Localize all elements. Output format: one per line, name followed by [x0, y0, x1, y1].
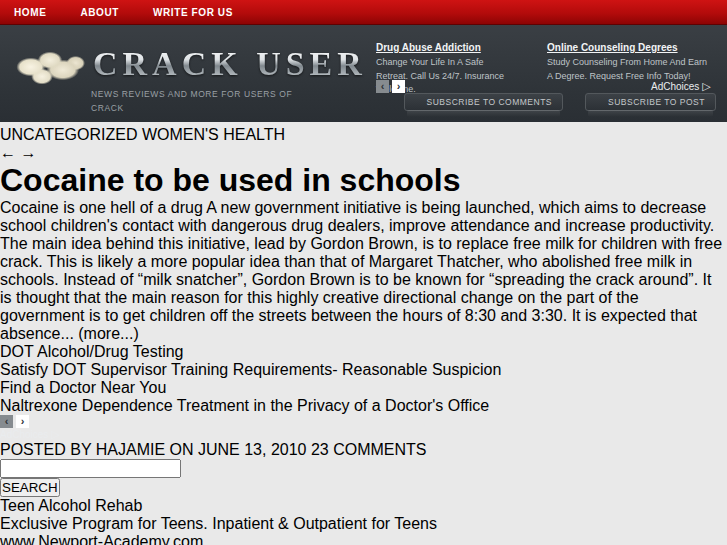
subscribe-buttons: SUBSCRIBE TO COMMENTS SUBSCRIBE TO POST — [404, 93, 716, 111]
adchoices-triangle-icon: ▷ — [702, 80, 710, 92]
content-ad-box: DOT Alcohol/Drug Testing Satisfy DOT Sup… — [0, 343, 727, 441]
content-ad-1-body: Satisfy DOT Supervisor Training Requirem… — [0, 361, 727, 379]
content-ad-pager: ‹ › — [0, 415, 727, 428]
sidebar-ad-1-url-link[interactable]: www.Newport-Academy.com — [0, 533, 203, 545]
article-card: ← → Cocaine to be used in schools Cocain… — [0, 144, 727, 343]
nav-item-womens-health[interactable]: WOMEN'S HEALTH — [142, 126, 285, 143]
content-ad-2-title-link[interactable]: Find a Doctor Near You — [0, 379, 166, 396]
topbar-link-home[interactable]: HOME — [14, 7, 46, 18]
site-header: CRACK USER NEWS REVIEWS AND MORE FOR USE… — [0, 25, 727, 122]
rss-icon — [410, 97, 421, 108]
main-content-column: ← → Cocaine to be used in schools Cocain… — [0, 144, 727, 459]
nav-item-uncategorized[interactable]: UNCATEGORIZED — [0, 126, 137, 143]
topbar-link-write-for-us[interactable]: WRITE FOR US — [153, 7, 233, 18]
header-ad-2: Online Counseling Degrees Study Counseli… — [547, 37, 709, 83]
rss-icon — [591, 97, 602, 108]
content-ad-1-title-link[interactable]: DOT Alcohol/Drug Testing — [0, 343, 184, 360]
post-meta-card: POSTED BY HAJAMIE ON JUNE 13, 2010 23 CO… — [0, 441, 727, 459]
header-ad-pager: ‹ › — [376, 80, 405, 93]
topbar-link-about[interactable]: ABOUT — [80, 7, 119, 18]
sidebar-ad-box: Teen Alcohol Rehab Exclusive Program for… — [0, 497, 727, 545]
content-adchoices-link[interactable]: AdChoices ▷ — [0, 428, 727, 441]
sidebar: SEARCH Teen Alcohol Rehab Exclusive Prog… — [0, 459, 727, 545]
comments-count-link[interactable]: 23 COMMENTS — [311, 441, 427, 458]
adchoices-triangle-icon: ▷ — [51, 428, 59, 440]
post-navigation: ← → — [0, 144, 727, 162]
rocks-reflection — [10, 76, 90, 105]
next-post-arrow-icon[interactable]: → — [20, 144, 36, 161]
article-excerpt: Cocaine is one hell of a drug A new gove… — [0, 199, 727, 343]
search-input[interactable] — [0, 459, 181, 478]
prev-ad-arrow-icon[interactable]: ‹ — [376, 80, 389, 93]
content-ad-card: DOT Alcohol/Drug Testing Satisfy DOT Sup… — [0, 343, 727, 441]
search-button[interactable]: SEARCH — [0, 478, 60, 497]
next-ad-arrow-icon[interactable]: › — [16, 415, 29, 428]
subscribe-comments-label: SUBSCRIBE TO COMMENTS — [427, 97, 552, 107]
article-title[interactable]: Cocaine to be used in schools — [0, 162, 727, 199]
content-ad-2-body: Naltrexone Dependence Treatment in the P… — [0, 397, 727, 415]
prev-ad-arrow-icon[interactable]: ‹ — [0, 415, 13, 428]
crack-rocks-logo-image[interactable] — [10, 42, 90, 90]
search-box: SEARCH — [0, 459, 727, 497]
sidebar-ads-card: Teen Alcohol Rehab Exclusive Program for… — [0, 497, 727, 545]
subscribe-to-comments-button[interactable]: SUBSCRIBE TO COMMENTS — [404, 93, 563, 111]
read-more-link[interactable]: (more...) — [78, 325, 138, 342]
header-ad-1-title-link[interactable]: Drug Abuse Addiction — [376, 42, 481, 53]
subscribe-to-post-button[interactable]: SUBSCRIBE TO POST — [585, 93, 716, 111]
top-red-menubar: HOME ABOUT WRITE FOR US — [0, 0, 727, 25]
adchoices-label: AdChoices — [651, 81, 699, 92]
header-adchoices-link[interactable]: AdChoices ▷ — [651, 80, 711, 93]
site-title[interactable]: CRACK USER — [93, 45, 367, 83]
excerpt-text: Cocaine is one hell of a drug A new gove… — [0, 199, 722, 342]
content-ad-1: DOT Alcohol/Drug Testing Satisfy DOT Sup… — [0, 343, 727, 379]
next-ad-arrow-icon[interactable]: › — [392, 80, 405, 93]
search-input-wrap — [0, 459, 727, 478]
posted-by-text: POSTED BY HAJAMIE ON JUNE 13, 2010 — [0, 441, 306, 458]
previous-post-arrow-icon[interactable]: ← — [0, 144, 16, 161]
sidebar-ad-1-title-link[interactable]: Teen Alcohol Rehab — [0, 497, 142, 514]
sidebar-ad-1: Teen Alcohol Rehab Exclusive Program for… — [0, 497, 727, 545]
page: HOME ABOUT WRITE FOR US CRACK USER NEWS … — [0, 0, 727, 545]
subscribe-post-label: SUBSCRIBE TO POST — [608, 97, 705, 107]
sidebar-ad-1-body: Exclusive Program for Teens. Inpatient &… — [0, 515, 727, 533]
adchoices-label: AdChoices — [0, 429, 48, 440]
content-ad-2: Find a Doctor Near You Naltrexone Depend… — [0, 379, 727, 415]
header-ad-2-body: Study Counseling From Home And Earn A De… — [547, 56, 709, 83]
site-tagline: NEWS REVIEWS AND MORE FOR USERS OF CRACK — [91, 87, 301, 115]
header-ad-2-title-link[interactable]: Online Counseling Degrees — [547, 42, 678, 53]
